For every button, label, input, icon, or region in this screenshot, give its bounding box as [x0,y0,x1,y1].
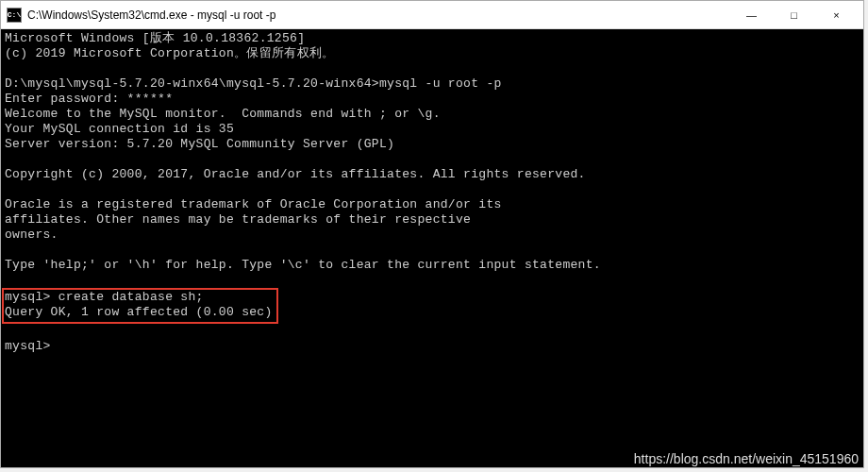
maximize-button[interactable]: □ [773,2,815,28]
terminal-line: affiliates. Other names may be trademark… [5,212,471,227]
terminal-line: Enter password: ****** [5,92,173,106]
window-controls: — □ × [730,2,858,28]
titlebar[interactable]: C:\ C:\Windows\System32\cmd.exe - mysql … [1,1,863,29]
terminal-line: Copyright (c) 2000, 2017, Oracle and/or … [5,167,586,181]
app-icon: C:\ [7,8,22,23]
terminal-prompt: mysql> [5,339,51,353]
terminal-line: Server version: 5.7.20 MySQL Community S… [5,137,394,151]
window-title: C:\Windows\System32\cmd.exe - mysql -u r… [27,8,730,22]
terminal-line: Your MySQL connection id is 35 [5,122,234,136]
terminal-line: Type 'help;' or '\h' for help. Type '\c'… [5,258,601,272]
close-button[interactable]: × [815,2,858,28]
terminal-line: mysql> create database sh; [5,290,204,304]
terminal-line: D:\mysql\mysql-5.7.20-winx64\mysql-5.7.2… [5,76,502,91]
terminal-line: (c) 2019 Microsoft Corporation。保留所有权利。 [5,46,334,60]
terminal-line: Query OK, 1 row affected (0.00 sec) [5,305,273,319]
terminal-line: Microsoft Windows [版本 10.0.18362.1256] [5,31,305,45]
highlighted-command-box: mysql> create database sh; Query OK, 1 r… [2,288,278,324]
terminal-line: Oracle is a registered trademark of Orac… [5,197,502,211]
cmd-window: C:\ C:\Windows\System32\cmd.exe - mysql … [0,0,864,468]
terminal-line: Welcome to the MySQL monitor. Commands e… [5,107,441,121]
watermark-text: https://blog.csdn.net/weixin_45151960 [634,451,859,466]
terminal-line: owners. [5,228,58,242]
minimize-button[interactable]: — [730,2,773,28]
terminal-area[interactable]: Microsoft Windows [版本 10.0.18362.1256] (… [1,29,863,467]
